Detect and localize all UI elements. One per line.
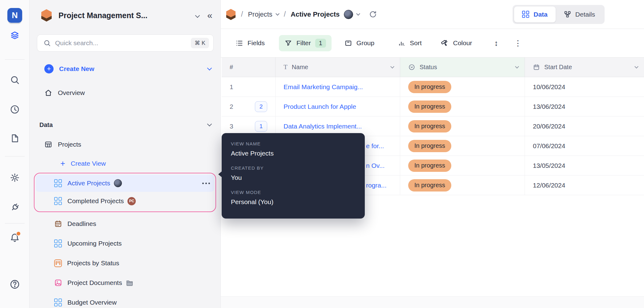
chevron-down-icon[interactable] — [207, 122, 212, 127]
sidebar-view-upcoming-projects[interactable]: Upcoming Projects — [36, 235, 214, 252]
record-link[interactable]: Data Analytics Implement... — [284, 123, 362, 130]
date-cell[interactable]: 10/06/2024 — [525, 77, 644, 97]
quick-search[interactable]: ⌘ K — [37, 34, 214, 52]
group-button[interactable]: Group — [344, 39, 374, 47]
sidebar-view-budget-overview[interactable]: Budget Overview — [36, 294, 214, 308]
column-header-number[interactable]: # — [222, 57, 276, 77]
divider — [5, 223, 25, 223]
date-cell[interactable]: 13/06/2024 — [525, 97, 644, 116]
create-view-label: Create View — [71, 160, 106, 167]
column-header-status[interactable]: Status — [400, 57, 525, 77]
sidebar-item-projects-table[interactable]: Projects — [36, 136, 214, 153]
date-cell[interactable]: 13/05/2024 — [525, 156, 644, 175]
kanban-view-icon — [54, 259, 62, 267]
sidebar-view-deadlines[interactable]: Deadlines — [36, 215, 214, 232]
date-cell[interactable]: 07/06/2024 — [525, 136, 644, 156]
date-cell[interactable]: 20/06/2024 — [525, 116, 644, 136]
workspace-title[interactable]: Project Management S... — [58, 11, 193, 20]
refresh-icon[interactable] — [369, 10, 377, 18]
sidebar-item-overview[interactable]: Overview — [36, 84, 214, 101]
links-count-badge[interactable]: 1 — [255, 121, 267, 132]
breadcrumb-view[interactable]: Active Projects — [291, 10, 340, 18]
breadcrumb-separator: / — [284, 10, 286, 18]
status-cell[interactable]: In progress — [400, 97, 525, 116]
base-logo-icon[interactable] — [226, 9, 236, 20]
sidebar-view-projects-by-status[interactable]: Projects by Status — [36, 255, 214, 272]
sidebar-view-active-projects[interactable]: Active Projects — [36, 175, 214, 192]
settings-gear-icon[interactable] — [0, 173, 30, 183]
status-badge: In progress — [408, 120, 451, 132]
create-new-button[interactable]: + Create New — [36, 60, 214, 77]
colour-button[interactable]: Colour — [441, 39, 472, 47]
column-label: Start Date — [544, 64, 572, 71]
status-cell[interactable]: In progress — [400, 136, 525, 156]
row-number-cell: 2 2 — [222, 97, 276, 116]
filter-label: Filter — [296, 39, 311, 47]
date-cell[interactable]: 12/06/2024 — [525, 176, 644, 195]
chevron-down-icon[interactable] — [390, 65, 394, 69]
filter-button[interactable]: Filter 1 — [279, 35, 332, 51]
grid-view-icon — [54, 298, 62, 306]
grid-view-icon — [54, 179, 62, 187]
sort-button[interactable]: Sort — [398, 39, 422, 47]
status-cell[interactable]: In progress — [400, 116, 525, 136]
sidebar-view-completed-projects[interactable]: Completed Projects PC — [36, 192, 214, 210]
base-logo-icon — [41, 9, 52, 22]
tooltip-value: Active Projects — [231, 150, 356, 157]
chevron-down-icon[interactable] — [276, 12, 280, 16]
record-link[interactable]: Product Launch for Apple — [284, 103, 356, 110]
recent-clock-icon[interactable] — [0, 105, 30, 114]
group-icon — [344, 39, 352, 47]
links-count-badge[interactable]: 2 — [255, 101, 267, 112]
overview-label: Overview — [58, 89, 85, 97]
table-row[interactable]: 1 Email Marketing Campaig... In progress… — [222, 77, 644, 97]
notifications-bell-icon[interactable] — [0, 232, 30, 243]
section-data[interactable]: Data — [36, 116, 214, 133]
view-label: Deadlines — [67, 220, 96, 227]
sort-icon — [398, 39, 405, 47]
status-cell[interactable]: In progress — [400, 77, 525, 97]
view-mode-switch: Data Details — [513, 5, 605, 24]
highlight-outline: Active Projects Completed Projects PC — [34, 173, 216, 212]
shortcut-badge: ⌘ K — [191, 38, 209, 48]
breadcrumb-table[interactable]: Projects — [248, 10, 272, 18]
status-cell[interactable]: In progress — [400, 176, 525, 195]
colour-label: Colour — [453, 39, 472, 47]
chevron-down-icon[interactable] — [356, 12, 360, 16]
chevron-down-icon[interactable] — [634, 65, 638, 69]
search-icon[interactable] — [0, 75, 30, 85]
divider — [5, 156, 25, 156]
paint-roller-icon — [441, 39, 449, 47]
chevron-down-icon[interactable] — [195, 13, 200, 18]
more-menu-icon[interactable]: ⋮ — [514, 39, 522, 48]
row-height-icon[interactable]: ↕ — [494, 39, 498, 48]
tab-details[interactable]: Details — [556, 6, 603, 22]
status-cell[interactable]: In progress — [400, 156, 525, 175]
name-cell[interactable]: Product Launch for Apple — [276, 97, 400, 116]
chevron-down-icon[interactable] — [207, 66, 212, 71]
group-label: Group — [356, 39, 374, 47]
column-header-start-date[interactable]: Start Date — [525, 57, 644, 77]
folder-icon — [126, 279, 134, 287]
bases-stack-icon[interactable] — [0, 31, 30, 41]
integrations-plug-icon[interactable] — [0, 202, 30, 213]
chevron-down-icon[interactable] — [515, 65, 519, 69]
column-header-name[interactable]: T Name — [276, 57, 400, 77]
create-view-button[interactable]: + Create View — [36, 155, 214, 172]
fields-button[interactable]: Fields — [235, 39, 265, 47]
schema-icon — [564, 10, 571, 18]
document-icon[interactable] — [0, 133, 30, 143]
tab-data[interactable]: Data — [514, 6, 556, 22]
more-options-icon[interactable] — [202, 183, 210, 184]
record-link[interactable]: Email Marketing Campaig... — [284, 83, 363, 91]
sidebar-view-project-documents[interactable]: Project Documents — [36, 274, 214, 291]
help-icon[interactable] — [0, 279, 30, 290]
main-area: / Projects / Active Projects Data Detail… — [221, 0, 644, 308]
search-input[interactable] — [55, 39, 191, 47]
tab-label: Details — [575, 11, 595, 18]
collapse-sidebar-icon[interactable]: « — [207, 11, 212, 20]
name-cell[interactable]: Email Marketing Campaig... — [276, 77, 400, 97]
column-label: Status — [420, 64, 437, 71]
table-row[interactable]: 2 2 Product Launch for Apple In progress… — [222, 97, 644, 116]
workspace-logo[interactable]: N — [7, 8, 22, 23]
